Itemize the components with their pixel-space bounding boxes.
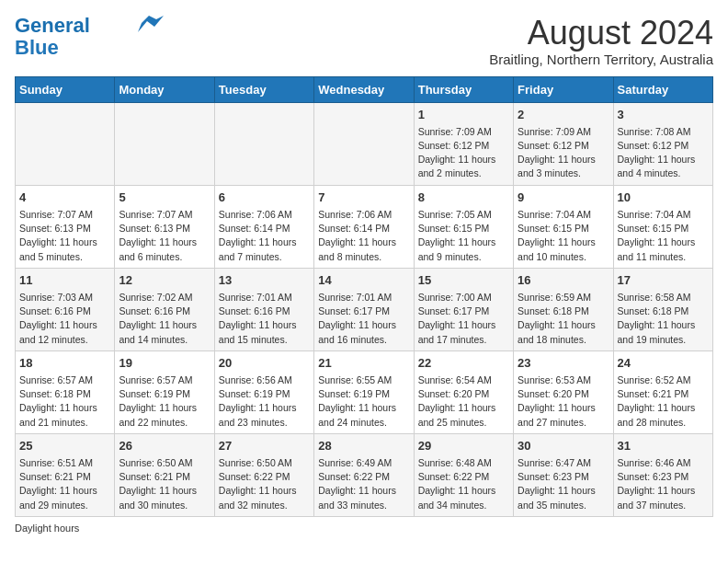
day-info: Sunrise: 6:50 AM Sunset: 6:22 PM Dayligh…	[219, 456, 310, 512]
day-info: Sunrise: 7:07 AM Sunset: 6:13 PM Dayligh…	[119, 208, 210, 264]
calendar-cell	[314, 102, 414, 185]
day-number: 24	[618, 355, 709, 372]
logo: General Blue	[15, 15, 164, 59]
calendar-cell: 23Sunrise: 6:53 AM Sunset: 6:20 PM Dayli…	[514, 350, 613, 433]
calendar-cell: 15Sunrise: 7:00 AM Sunset: 6:17 PM Dayli…	[414, 268, 513, 350]
day-info: Sunrise: 6:52 AM Sunset: 6:21 PM Dayligh…	[618, 373, 709, 430]
calendar-cell: 29Sunrise: 6:48 AM Sunset: 6:22 PM Dayli…	[414, 433, 513, 516]
day-number: 12	[119, 272, 210, 289]
logo-bird-icon	[138, 16, 164, 32]
day-number: 14	[318, 272, 409, 289]
day-number: 27	[219, 438, 310, 454]
calendar-cell: 16Sunrise: 6:59 AM Sunset: 6:18 PM Dayli…	[514, 268, 613, 350]
day-number: 20	[219, 355, 310, 372]
day-info: Sunrise: 6:55 AM Sunset: 6:19 PM Dayligh…	[318, 373, 409, 430]
day-number: 3	[618, 107, 709, 123]
svg-marker-0	[138, 16, 164, 32]
col-header-friday: Friday	[514, 76, 613, 102]
day-info: Sunrise: 7:01 AM Sunset: 6:16 PM Dayligh…	[219, 291, 310, 347]
calendar-cell: 7Sunrise: 7:06 AM Sunset: 6:14 PM Daylig…	[314, 185, 414, 268]
day-info: Sunrise: 7:09 AM Sunset: 6:12 PM Dayligh…	[418, 125, 509, 181]
day-number: 15	[418, 272, 509, 289]
calendar-table: SundayMondayTuesdayWednesdayThursdayFrid…	[15, 76, 713, 517]
footer-note: Daylight hours	[15, 523, 713, 534]
day-number: 28	[318, 438, 409, 454]
day-number: 21	[318, 355, 409, 372]
calendar-cell: 11Sunrise: 7:03 AM Sunset: 6:16 PM Dayli…	[16, 268, 115, 350]
calendar-cell	[115, 102, 214, 185]
day-number: 25	[19, 438, 110, 454]
day-number: 7	[318, 190, 409, 206]
calendar-cell: 12Sunrise: 7:02 AM Sunset: 6:16 PM Dayli…	[115, 268, 214, 350]
calendar-cell: 28Sunrise: 6:49 AM Sunset: 6:22 PM Dayli…	[314, 433, 414, 516]
calendar-cell: 3Sunrise: 7:08 AM Sunset: 6:12 PM Daylig…	[613, 102, 712, 185]
calendar-week-4: 18Sunrise: 6:57 AM Sunset: 6:18 PM Dayli…	[16, 350, 713, 433]
day-number: 31	[618, 438, 709, 454]
day-info: Sunrise: 6:47 AM Sunset: 6:23 PM Dayligh…	[518, 456, 609, 512]
day-number: 5	[119, 190, 210, 206]
day-number: 4	[19, 190, 110, 206]
calendar-header-row: SundayMondayTuesdayWednesdayThursdayFrid…	[16, 76, 713, 102]
day-info: Sunrise: 6:59 AM Sunset: 6:18 PM Dayligh…	[518, 291, 609, 347]
day-info: Sunrise: 6:58 AM Sunset: 6:18 PM Dayligh…	[618, 291, 709, 347]
calendar-cell: 14Sunrise: 7:01 AM Sunset: 6:17 PM Dayli…	[314, 268, 414, 350]
day-info: Sunrise: 6:50 AM Sunset: 6:21 PM Dayligh…	[119, 456, 210, 512]
calendar-subtitle: Braitling, Northern Territory, Australia	[489, 52, 713, 67]
day-info: Sunrise: 7:05 AM Sunset: 6:15 PM Dayligh…	[418, 208, 509, 264]
logo-text: General	[15, 15, 90, 37]
day-number: 22	[418, 355, 509, 372]
calendar-cell: 10Sunrise: 7:04 AM Sunset: 6:15 PM Dayli…	[613, 185, 712, 268]
col-header-sunday: Sunday	[16, 76, 115, 102]
calendar-cell	[16, 102, 115, 185]
day-number: 30	[518, 438, 609, 454]
day-info: Sunrise: 7:02 AM Sunset: 6:16 PM Dayligh…	[119, 291, 210, 347]
day-number: 26	[119, 438, 210, 454]
calendar-cell: 19Sunrise: 6:57 AM Sunset: 6:19 PM Dayli…	[115, 350, 214, 433]
calendar-cell: 13Sunrise: 7:01 AM Sunset: 6:16 PM Dayli…	[214, 268, 313, 350]
calendar-week-1: 1Sunrise: 7:09 AM Sunset: 6:12 PM Daylig…	[16, 102, 713, 185]
day-number: 29	[418, 438, 509, 454]
calendar-title: August 2024	[489, 15, 713, 52]
day-info: Sunrise: 6:51 AM Sunset: 6:21 PM Dayligh…	[19, 456, 110, 512]
logo-general: General	[15, 14, 90, 37]
day-info: Sunrise: 7:01 AM Sunset: 6:17 PM Dayligh…	[318, 291, 409, 347]
calendar-cell	[214, 102, 313, 185]
calendar-cell: 8Sunrise: 7:05 AM Sunset: 6:15 PM Daylig…	[414, 185, 513, 268]
day-info: Sunrise: 7:00 AM Sunset: 6:17 PM Dayligh…	[418, 291, 509, 347]
calendar-cell: 31Sunrise: 6:46 AM Sunset: 6:23 PM Dayli…	[613, 433, 712, 516]
calendar-cell: 1Sunrise: 7:09 AM Sunset: 6:12 PM Daylig…	[414, 102, 513, 185]
day-number: 17	[618, 272, 709, 289]
col-header-monday: Monday	[115, 76, 214, 102]
calendar-cell: 6Sunrise: 7:06 AM Sunset: 6:14 PM Daylig…	[214, 185, 313, 268]
col-header-tuesday: Tuesday	[214, 76, 313, 102]
day-info: Sunrise: 6:46 AM Sunset: 6:23 PM Dayligh…	[618, 456, 709, 512]
col-header-saturday: Saturday	[613, 76, 712, 102]
calendar-week-5: 25Sunrise: 6:51 AM Sunset: 6:21 PM Dayli…	[16, 433, 713, 516]
day-info: Sunrise: 7:07 AM Sunset: 6:13 PM Dayligh…	[19, 208, 110, 264]
calendar-cell: 26Sunrise: 6:50 AM Sunset: 6:21 PM Dayli…	[115, 433, 214, 516]
day-number: 23	[518, 355, 609, 372]
day-info: Sunrise: 6:54 AM Sunset: 6:20 PM Dayligh…	[418, 373, 509, 430]
logo-blue: Blue	[15, 37, 59, 59]
day-info: Sunrise: 6:56 AM Sunset: 6:19 PM Dayligh…	[219, 373, 310, 430]
calendar-cell: 2Sunrise: 7:09 AM Sunset: 6:12 PM Daylig…	[514, 102, 613, 185]
title-block: August 2024 Braitling, Northern Territor…	[489, 15, 713, 67]
day-info: Sunrise: 7:06 AM Sunset: 6:14 PM Dayligh…	[318, 208, 409, 264]
daylight-hours-label: Daylight hours	[15, 523, 79, 534]
calendar-week-3: 11Sunrise: 7:03 AM Sunset: 6:16 PM Dayli…	[16, 268, 713, 350]
day-number: 18	[19, 355, 110, 372]
col-header-thursday: Thursday	[414, 76, 513, 102]
day-number: 2	[518, 107, 609, 123]
day-number: 9	[518, 190, 609, 206]
day-info: Sunrise: 6:57 AM Sunset: 6:19 PM Dayligh…	[119, 373, 210, 430]
calendar-cell: 22Sunrise: 6:54 AM Sunset: 6:20 PM Dayli…	[414, 350, 513, 433]
header: General Blue August 2024 Braitling, Nort…	[15, 15, 713, 67]
calendar-cell: 4Sunrise: 7:07 AM Sunset: 6:13 PM Daylig…	[16, 185, 115, 268]
day-number: 1	[418, 107, 509, 123]
day-info: Sunrise: 6:48 AM Sunset: 6:22 PM Dayligh…	[418, 456, 509, 512]
day-info: Sunrise: 7:04 AM Sunset: 6:15 PM Dayligh…	[518, 208, 609, 264]
calendar-cell: 20Sunrise: 6:56 AM Sunset: 6:19 PM Dayli…	[214, 350, 313, 433]
calendar-cell: 24Sunrise: 6:52 AM Sunset: 6:21 PM Dayli…	[613, 350, 712, 433]
calendar-cell: 30Sunrise: 6:47 AM Sunset: 6:23 PM Dayli…	[514, 433, 613, 516]
calendar-cell: 25Sunrise: 6:51 AM Sunset: 6:21 PM Dayli…	[16, 433, 115, 516]
